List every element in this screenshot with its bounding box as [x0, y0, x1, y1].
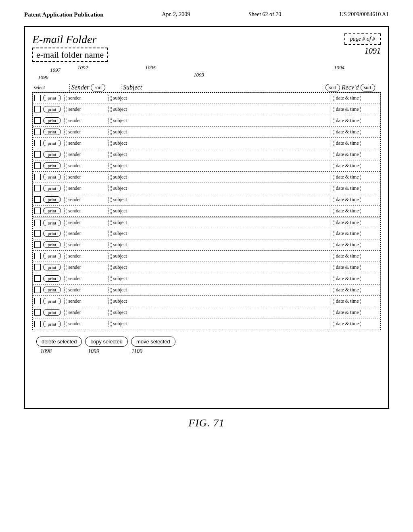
print-button-9[interactable]: print	[43, 196, 61, 203]
row-checkbox-9[interactable]	[34, 196, 41, 203]
row-checkbox-3[interactable]	[34, 129, 41, 135]
table-row: print ¦ sender ¦¦ subject ¦¦ date & time…	[33, 172, 380, 183]
print-button-8[interactable]: print	[43, 185, 61, 191]
row-datetime-18: ¦¦ date & time ¦	[330, 298, 379, 304]
row-datetime-19: ¦¦ date & time ¦	[330, 310, 379, 316]
row-sender-9: ¦ sender	[64, 197, 108, 203]
print-button-3[interactable]: print	[43, 129, 61, 135]
print-button-0[interactable]: print	[43, 95, 61, 101]
row-datetime-13: ¦¦ date & time ¦	[330, 242, 379, 248]
print-button-4[interactable]: print	[43, 140, 61, 146]
row-checkbox-12[interactable]	[34, 230, 41, 237]
row-sender-0: ¦ sender	[64, 95, 108, 101]
row-sender-11: ¦ sender	[64, 220, 108, 226]
delete-selected-button[interactable]: delete selected	[36, 337, 82, 347]
print-button-18[interactable]: print	[43, 298, 61, 304]
row-datetime-14: ¦¦ date & time ¦	[330, 253, 379, 259]
ref-1098: 1098	[40, 348, 52, 355]
copy-selected-button[interactable]: copy selected	[85, 337, 128, 347]
print-button-13[interactable]: print	[43, 241, 61, 248]
row-checkbox-16[interactable]	[34, 275, 41, 282]
row-checkbox-0[interactable]	[34, 95, 41, 101]
table-row: print ¦ sender ¦¦ subject ¦¦ date & time…	[33, 285, 380, 296]
row-checkbox-1[interactable]	[34, 106, 41, 112]
print-button-15[interactable]: print	[43, 264, 61, 270]
row-checkbox-7[interactable]	[34, 174, 41, 180]
diagram-container: E-mail Folder e-mail folder name page # …	[24, 26, 389, 409]
sender-col-header: Sender sort	[69, 84, 121, 91]
ref-1097: 1097	[50, 67, 60, 73]
print-button-11[interactable]: print	[43, 220, 61, 226]
row-sender-5: ¦ sender	[64, 152, 108, 158]
row-checkbox-15[interactable]	[34, 264, 41, 270]
row-datetime-10: ¦¦ date & time ¦	[330, 208, 379, 214]
row-datetime-12: ¦¦ date & time ¦	[330, 231, 379, 237]
row-subject-7: ¦¦ subject	[108, 174, 330, 180]
table-row: print ¦ sender ¦¦ subject ¦¦ date & time…	[33, 160, 380, 172]
page-info-box: page # of #	[344, 33, 381, 45]
print-button-6[interactable]: print	[43, 162, 61, 169]
row-subject-10: ¦¦ subject	[108, 208, 330, 214]
print-button-16[interactable]: print	[43, 275, 61, 282]
right-header: page # of # 1091	[344, 33, 381, 56]
select-col-header: select	[34, 85, 44, 91]
print-button-7[interactable]: print	[43, 174, 61, 180]
subject-sort-button[interactable]: sort	[325, 84, 340, 91]
column-headers: select Sender sort Subject sort Recv'd s…	[32, 84, 381, 91]
publication-label: Patent Application Publication	[24, 11, 104, 18]
recvd-col-header: sort Recv'd sort	[323, 84, 379, 91]
row-subject-6: ¦¦ subject	[108, 163, 330, 169]
row-checkbox-4[interactable]	[34, 140, 41, 146]
row-checkbox-11[interactable]	[34, 220, 41, 226]
figure-caption: FIG. 71	[0, 417, 413, 429]
print-button-12[interactable]: print	[43, 230, 61, 237]
row-checkbox-20[interactable]	[34, 321, 41, 327]
row-datetime-8: ¦¦ date & time ¦	[330, 185, 379, 191]
table-row: print ¦ sender ¦¦ subject ¦¦ date & time…	[33, 262, 380, 273]
row-checkbox-17[interactable]	[34, 287, 41, 293]
table-row: print ¦ sender ¦¦ subject ¦¦ date & time…	[33, 251, 380, 262]
row-subject-17: ¦¦ subject	[108, 287, 330, 293]
recvd-sort-button[interactable]: sort	[361, 84, 375, 91]
row-checkbox-8[interactable]	[34, 185, 41, 191]
ref-1099: 1099	[88, 348, 99, 355]
row-checkbox-18[interactable]	[34, 298, 41, 304]
row-sender-7: ¦ sender	[64, 174, 108, 180]
row-sender-16: ¦ sender	[64, 276, 108, 282]
row-checkbox-13[interactable]	[34, 241, 41, 248]
row-checkbox-10[interactable]	[34, 208, 41, 214]
print-button-2[interactable]: print	[43, 117, 61, 124]
print-button-14[interactable]: print	[43, 253, 61, 259]
row-subject-12: ¦¦ subject	[108, 231, 330, 237]
row-subject-1: ¦¦ subject	[108, 106, 330, 112]
sender-sort-button[interactable]: sort	[91, 84, 105, 91]
row-checkbox-14[interactable]	[34, 253, 41, 259]
row-checkbox-19[interactable]	[34, 309, 41, 316]
row-sender-6: ¦ sender	[64, 163, 108, 169]
row-sender-14: ¦ sender	[64, 253, 108, 259]
row-datetime-7: ¦¦ date & time ¦	[330, 174, 379, 180]
print-button-20[interactable]: print	[43, 321, 61, 327]
row-subject-16: ¦¦ subject	[108, 276, 330, 282]
ref-1100: 1100	[131, 348, 142, 355]
row-checkbox-6[interactable]	[34, 162, 41, 169]
print-button-19[interactable]: print	[43, 309, 61, 316]
table-row: print ¦ sender ¦¦ subject ¦¦ date & time…	[33, 115, 380, 127]
print-button-10[interactable]: print	[43, 208, 61, 214]
row-subject-8: ¦¦ subject	[108, 185, 330, 191]
email-list: print ¦ sender ¦¦ subject ¦¦ date & time…	[32, 92, 381, 330]
ref-numbers-row: 1096 1097 1092 1095 1093 1094	[32, 64, 381, 84]
print-button-1[interactable]: print	[43, 106, 61, 112]
table-row: print ¦ sender ¦¦ subject ¦¦ date & time…	[33, 104, 380, 115]
row-subject-9: ¦¦ subject	[108, 197, 330, 203]
row-sender-15: ¦ sender	[64, 264, 108, 270]
row-subject-2: ¦¦ subject	[108, 118, 330, 124]
print-button-17[interactable]: print	[43, 287, 61, 293]
row-datetime-17: ¦¦ date & time ¦	[330, 287, 379, 293]
row-checkbox-2[interactable]	[34, 117, 41, 124]
print-button-5[interactable]: print	[43, 151, 61, 158]
row-checkbox-5[interactable]	[34, 151, 41, 158]
row-sender-19: ¦ sender	[64, 310, 108, 316]
move-selected-button[interactable]: move selected	[131, 337, 175, 347]
row-sender-10: ¦ sender	[64, 208, 108, 214]
